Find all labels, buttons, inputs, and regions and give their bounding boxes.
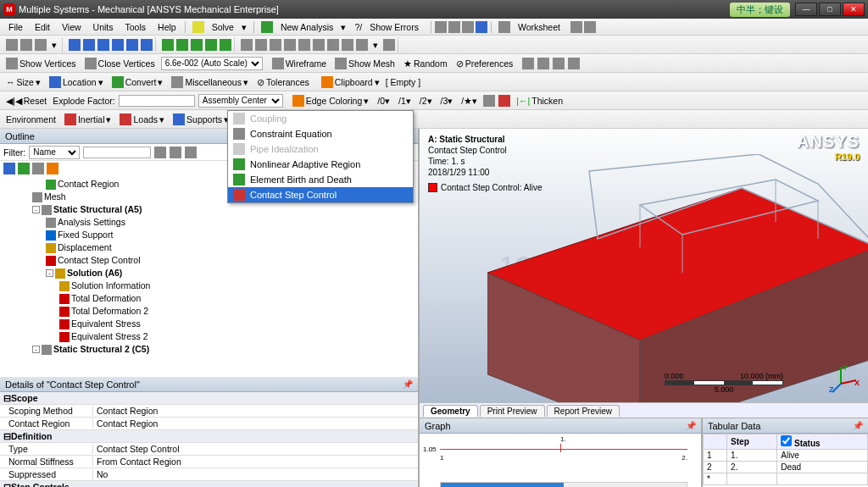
cs-icon-3[interactable] <box>191 39 203 51</box>
sel-icon-1[interactable] <box>6 39 18 51</box>
contact-region-value[interactable]: Contact Region <box>93 418 418 429</box>
tab-report-preview[interactable]: Report Preview <box>547 405 620 417</box>
tree-tb-2[interactable] <box>18 163 30 174</box>
show-errors-button[interactable]: ?/ Show Errors <box>351 19 427 35</box>
location-button[interactable]: Location ▾ <box>47 75 106 89</box>
vertex-sel-icon[interactable] <box>69 39 81 51</box>
menu-pipe-idealization[interactable]: Pipe Idealization <box>228 141 413 157</box>
sel-icon-4[interactable]: ▾ <box>49 39 59 51</box>
edge-icon-b[interactable] <box>498 95 510 107</box>
menu-constraint-equation[interactable]: Constraint Equation <box>228 126 413 141</box>
filter-select[interactable]: Name <box>29 146 80 159</box>
toolbar-icon-e[interactable] <box>570 21 582 33</box>
size-button[interactable]: ↔ Size ▾ <box>3 76 43 88</box>
tabular-table[interactable]: Step Status 11.Alive 22.Dead * <box>703 434 868 485</box>
toolbar-icon-f[interactable] <box>584 21 596 33</box>
type-value[interactable]: Contact Step Control <box>93 444 418 454</box>
details-pin-icon[interactable]: 📌 <box>403 379 413 390</box>
view-rotate-icon[interactable] <box>241 39 253 51</box>
cs-icon-4[interactable] <box>205 39 217 51</box>
view-prev-icon[interactable] <box>327 39 339 51</box>
scoping-method-value[interactable]: Contact Region <box>93 406 418 416</box>
toolbar-icon-a[interactable] <box>435 21 447 33</box>
edge-icon-a[interactable] <box>483 95 495 107</box>
view-next-icon[interactable] <box>342 39 353 51</box>
random-button[interactable]: ★ Random <box>401 58 450 69</box>
toolbar-icon-c[interactable] <box>462 21 474 33</box>
disp-icon-a[interactable] <box>522 58 534 69</box>
tree-tb-1[interactable] <box>3 163 15 174</box>
tolerances-button[interactable]: ⊘ Tolerances <box>254 76 312 88</box>
viewport-3d[interactable]: A: Static Structural Contact Step Contro… <box>420 129 868 402</box>
sel-icon-3[interactable] <box>35 39 47 51</box>
menu-tools[interactable]: Tools <box>120 20 152 34</box>
toolbar-icon-d[interactable] <box>476 21 487 33</box>
loads-button[interactable]: Loads ▾ <box>117 113 167 126</box>
minimize-button[interactable]: — <box>795 3 817 16</box>
scale-select[interactable]: 6.6e-002 (Auto Scale) <box>161 57 263 70</box>
new-analysis-button[interactable]: New Analysis ▾ <box>258 19 349 35</box>
view-zoom-icon[interactable] <box>270 39 281 51</box>
graph-pin-icon[interactable]: 📌 <box>686 421 696 431</box>
view-pan-icon[interactable] <box>255 39 267 51</box>
show-vertices-button[interactable]: Show Vertices <box>3 57 79 70</box>
status-checkbox[interactable] <box>781 435 792 446</box>
menu-contact-step-control[interactable]: Contact Step Control <box>228 187 413 202</box>
close-button[interactable]: ✕ <box>843 3 865 16</box>
tree-tb-3[interactable] <box>32 163 44 174</box>
view-iso-icon[interactable] <box>356 39 368 51</box>
edge-2[interactable]: /2▾ <box>417 95 435 107</box>
cs-icon-1[interactable] <box>162 39 174 51</box>
wireframe-button[interactable]: Wireframe <box>270 57 329 70</box>
assembly-center-select[interactable]: Assembly Center <box>198 94 283 108</box>
misc-button[interactable]: Miscellaneous ▾ <box>169 75 251 89</box>
toolbar-icon-b[interactable] <box>448 21 460 33</box>
filter-input[interactable] <box>83 147 151 158</box>
sel-icon-2[interactable] <box>20 39 32 51</box>
filter-icon-1[interactable] <box>154 147 166 158</box>
menu-birth-death[interactable]: Element Birth and Death <box>228 172 413 187</box>
maximize-button[interactable]: □ <box>819 3 841 16</box>
edge-0[interactable]: /0▾ <box>375 95 392 107</box>
disp-icon-d[interactable] <box>568 58 580 69</box>
suppressed-value[interactable]: No <box>93 469 418 479</box>
view-fit-icon[interactable] <box>298 39 310 51</box>
edge-coloring-button[interactable]: Edge Coloring ▾ <box>290 94 372 108</box>
axis-triad[interactable]: YXZ <box>829 363 860 394</box>
worksheet-button[interactable]: Worksheet <box>495 19 569 35</box>
disp-icon-b[interactable] <box>537 58 549 69</box>
elem-sel-icon[interactable] <box>141 39 153 51</box>
clipboard-button[interactable]: Clipboard ▾ <box>319 75 382 89</box>
menu-coupling[interactable]: Coupling <box>228 111 413 126</box>
convert-button[interactable]: Convert ▾ <box>109 75 166 89</box>
supports-button[interactable]: Supports ▾ <box>170 113 231 126</box>
menu-help[interactable]: Help <box>153 20 181 34</box>
filter-icon-2[interactable] <box>170 147 181 158</box>
tab-print-preview[interactable]: Print Preview <box>480 405 545 417</box>
explode-input[interactable] <box>119 95 195 107</box>
edge-3[interactable]: /3▾ <box>438 95 456 107</box>
tabular-pin-icon[interactable]: 📌 <box>853 421 863 431</box>
edge-4[interactable]: /★▾ <box>459 95 480 107</box>
tree-tb-4[interactable] <box>47 163 58 174</box>
close-vertices-button[interactable]: Close Vertices <box>82 57 158 70</box>
graph-body[interactable]: 1.05 1. 1 2. 1 2 <box>420 434 701 487</box>
environment-button[interactable]: Environment <box>3 113 58 125</box>
reset-button[interactable]: ◀|◀ Reset <box>3 95 49 107</box>
edge-1[interactable]: /1▾ <box>396 95 414 107</box>
menu-edit[interactable]: Edit <box>30 20 55 34</box>
view-dropdown[interactable]: ▾ <box>370 39 381 51</box>
menu-nonlinear-adaptive[interactable]: Nonlinear Adaptive Region <box>228 157 413 172</box>
edge-sel-icon[interactable] <box>83 39 95 51</box>
disp-icon-c[interactable] <box>553 58 565 69</box>
preferences-button[interactable]: ⊘ Preferences <box>453 58 516 69</box>
inertial-button[interactable]: Inertial ▾ <box>62 113 114 126</box>
menu-view[interactable]: View <box>57 20 86 34</box>
cs-icon-5[interactable] <box>220 39 231 51</box>
menu-file[interactable]: File <box>3 20 28 34</box>
outline-tree[interactable]: Contact Region Mesh -Static Structural (… <box>0 176 418 377</box>
thicken-button[interactable]: |←| Thicken <box>514 95 565 107</box>
menu-units[interactable]: Units <box>88 20 119 34</box>
view-look-icon[interactable] <box>383 39 395 51</box>
ime-badge[interactable]: 中半；键设 <box>730 3 790 17</box>
